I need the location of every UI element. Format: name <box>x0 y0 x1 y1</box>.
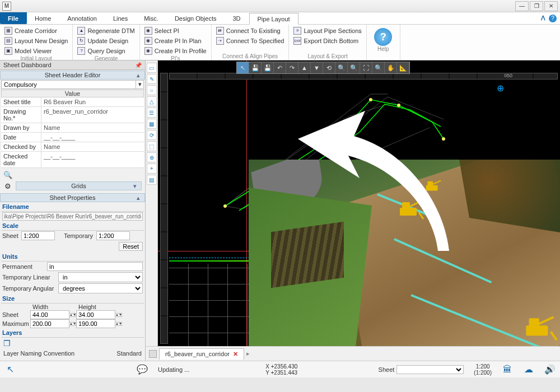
max-height-input[interactable] <box>76 319 115 328</box>
sheet-select[interactable] <box>396 365 464 374</box>
help-button[interactable]: ? <box>374 28 392 46</box>
tab-misc[interactable]: Misc. <box>136 12 167 24</box>
buildings-icon[interactable]: 🏛 <box>502 364 513 375</box>
tool-6[interactable]: ▦ <box>147 119 157 129</box>
connect-existing-button[interactable]: ⇄Connect To Existing <box>215 26 286 35</box>
spinner-icon[interactable]: ▲▼ <box>69 313 76 317</box>
layout-pipe-sections-button[interactable]: ≡Layout Pipe Sections <box>292 26 362 35</box>
tab-3d[interactable]: 3D <box>225 12 249 24</box>
chevron-down-icon[interactable]: ▾ <box>136 81 143 88</box>
tool-7[interactable]: ⟳ <box>147 130 157 140</box>
max-width-input[interactable] <box>30 319 69 328</box>
layers-icon[interactable]: ❒ <box>3 339 11 348</box>
value[interactable]: Name <box>41 142 144 151</box>
tool-9[interactable]: ⊕ <box>147 152 157 162</box>
tool-11[interactable]: ▤ <box>147 175 157 185</box>
document-tab-bar: r6_beaver_run_corridor ✕ ▸ <box>146 346 560 361</box>
zoom-in-icon[interactable]: 🔍 <box>335 62 348 73</box>
permanent-units-input[interactable] <box>47 262 143 271</box>
pin-icon[interactable]: 📌 <box>135 62 142 68</box>
connect-specified-button[interactable]: ⇢Connect To Specified <box>215 36 286 45</box>
compulsory-dropdown[interactable]: ▾ <box>1 80 144 89</box>
filename-field[interactable] <box>2 212 143 221</box>
tool-5[interactable]: ☰ <box>147 108 157 118</box>
compulsory-input[interactable] <box>2 81 136 88</box>
create-pi-plan-button[interactable]: ◉Create PI In Plan <box>143 36 208 45</box>
sheet-height-input[interactable] <box>76 310 115 319</box>
tab-lines[interactable]: Lines <box>105 12 136 24</box>
minimize-button[interactable]: — <box>515 1 529 11</box>
temp-angular-select[interactable]: degrees <box>58 283 143 293</box>
spinner-icon[interactable]: ▲▼ <box>115 322 122 326</box>
zoom-extents-icon[interactable]: ⛶ <box>360 62 372 73</box>
create-pi-profile-button[interactable]: ◉Create PI In Profile <box>143 46 208 55</box>
value[interactable]: R6 Beaver Run <box>41 97 144 106</box>
temp-scale-input[interactable] <box>96 231 130 240</box>
maximize-button[interactable]: ❐ <box>530 1 543 11</box>
sound-icon[interactable]: 🔊 <box>544 364 556 375</box>
zoom-window-icon[interactable]: 🔍 <box>372 62 385 73</box>
tab-design-objects[interactable]: Design Objects <box>167 12 225 24</box>
query-design-button[interactable]: ?Query Design <box>76 46 136 55</box>
tab-pipe-layout[interactable]: Pipe Layout <box>249 13 298 25</box>
pointer-icon[interactable]: ↖ <box>4 364 16 375</box>
temp-linear-label: Temporary Linear <box>2 274 58 281</box>
group-label: Connect & Align Pipes <box>215 53 286 60</box>
ribbon-help-icon[interactable]: ? <box>549 15 557 22</box>
update-design-button[interactable]: ↻Update Design <box>76 36 136 45</box>
create-corridor-button[interactable]: ▦Create Corridor <box>3 26 69 35</box>
pan-icon[interactable]: ✋ <box>385 62 397 73</box>
section-sheet-header-editor[interactable]: Sheet Header Editor▴ <box>0 71 145 80</box>
model-viewer-button[interactable]: ▣Model Viewer <box>3 46 69 55</box>
cursor-icon[interactable]: ↖ <box>237 62 249 73</box>
save-icon[interactable]: 💾 <box>249 62 262 73</box>
close-tab-icon[interactable]: ✕ <box>233 351 238 358</box>
up-icon[interactable]: ▲ <box>298 62 311 73</box>
spinner-icon[interactable]: ▲▼ <box>69 322 76 326</box>
zoom-out-icon[interactable]: 🔍 <box>348 62 360 73</box>
value[interactable]: __-__-____ <box>41 133 144 142</box>
temp-linear-select[interactable]: in <box>58 272 143 282</box>
tool-10[interactable]: ⌖ <box>147 164 157 174</box>
tool-4[interactable]: △ <box>147 96 157 106</box>
tool-8[interactable]: ⬚ <box>147 141 157 151</box>
compass-icon[interactable]: ⊕ <box>497 83 504 94</box>
sheet-width-input[interactable] <box>30 310 69 319</box>
measure-icon[interactable]: 📐 <box>397 62 409 73</box>
tool-3[interactable]: ○ <box>147 85 157 95</box>
regenerate-dtm-button[interactable]: ▲Regenerate DTM <box>76 26 136 35</box>
reset-button[interactable]: Reset <box>119 242 143 251</box>
layout-new-design-button[interactable]: ▤Layout New Design <box>3 36 69 45</box>
value[interactable]: Name <box>41 123 144 132</box>
sheet-scale-input[interactable] <box>21 231 55 240</box>
section-grids[interactable]: Grids▾ <box>16 181 142 190</box>
gear-icon[interactable]: ⚙ <box>3 181 12 190</box>
pi-plan-icon: ◉ <box>144 37 152 45</box>
chat-icon[interactable]: 💬 <box>137 364 148 375</box>
value[interactable]: r6_beaver_run_corridor <box>41 107 144 123</box>
tab-annotation[interactable]: Annotation <box>59 12 105 24</box>
select-pi-button[interactable]: ◉Select PI <box>143 26 208 35</box>
collapse-ribbon-icon[interactable]: ᐱ <box>541 15 545 22</box>
close-button[interactable]: ✕ <box>544 1 558 11</box>
spinner-icon[interactable]: ▲▼ <box>115 313 122 317</box>
tab-overflow-icon[interactable]: ▸ <box>246 350 250 357</box>
viewer-icon: ▣ <box>4 47 12 55</box>
filename-label: Filename <box>1 202 144 212</box>
export-ditch-bottom-button[interactable]: DXFExport Ditch Bottom <box>292 36 362 45</box>
section-sheet-properties[interactable]: Sheet Properties▴ <box>0 193 145 202</box>
undo-icon[interactable]: ↶ <box>274 62 286 73</box>
tab-file[interactable]: File <box>0 12 27 24</box>
tool-2[interactable]: ✎ <box>147 74 157 84</box>
value[interactable]: __-__-____ <box>41 152 144 167</box>
drawing-viewport[interactable]: ↖ 💾 💾 ↶ ↷ ▲ ▼ ⟲ 🔍 🔍 ⛶ 🔍 ✋ 📐 950 <box>158 60 560 346</box>
search-icon[interactable]: 🔍 <box>3 170 12 179</box>
cloud-icon[interactable]: ☁ <box>523 364 534 375</box>
tab-home[interactable]: Home <box>27 12 59 24</box>
refresh-icon[interactable]: ⟲ <box>323 62 335 73</box>
document-tab[interactable]: r6_beaver_run_corridor ✕ <box>159 348 244 360</box>
save-all-icon[interactable]: 💾 <box>262 62 274 73</box>
redo-icon[interactable]: ↷ <box>286 62 298 73</box>
down-icon[interactable]: ▼ <box>311 62 323 73</box>
tool-1[interactable]: ▭ <box>147 63 157 73</box>
